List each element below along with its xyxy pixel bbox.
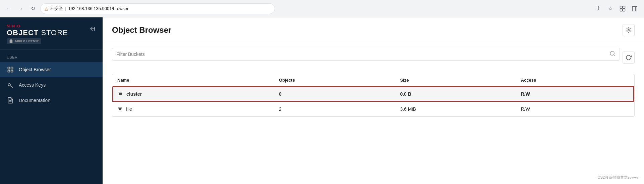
- main-header: Object Browser: [103, 17, 644, 41]
- sidebar-toggle-button[interactable]: [629, 3, 640, 14]
- bucket-size-cell: 0.0 B: [395, 86, 516, 101]
- svg-rect-8: [8, 67, 10, 69]
- svg-point-12: [8, 84, 10, 86]
- refresh-buckets-button[interactable]: [623, 52, 635, 64]
- svg-rect-4: [632, 6, 637, 11]
- svg-line-17: [613, 55, 614, 56]
- browser-actions: ⤴ ☆: [593, 3, 640, 14]
- col-objects: Objects: [274, 74, 395, 86]
- bucket-objects-cell: 0: [274, 86, 395, 101]
- bucket-table-wrapper: Name Objects Size Access: [112, 74, 635, 117]
- svg-rect-3: [623, 9, 625, 11]
- sidebar-section-label: User: [0, 50, 103, 62]
- search-icon[interactable]: [609, 51, 616, 58]
- sidebar-access-keys-label: Access Keys: [19, 82, 46, 88]
- agpl-icon: [9, 39, 13, 43]
- content-area: Name Objects Size Access: [103, 41, 644, 184]
- store-label: STORE: [41, 28, 68, 37]
- table-row[interactable]: cluster 0 0.0 B R/W: [113, 86, 634, 101]
- table-row[interactable]: file 2 3.6 MiB R/W: [113, 101, 634, 116]
- security-icon: △: [45, 6, 48, 11]
- bucket-table: Name Objects Size Access: [112, 74, 634, 116]
- object-store-text: OBJECT STORE: [7, 29, 68, 37]
- svg-rect-18: [119, 92, 122, 92]
- sidebar-collapse-button[interactable]: [89, 25, 96, 34]
- svg-rect-2: [620, 9, 623, 11]
- bucket-icon: [118, 91, 123, 97]
- browser-chrome: ← → ↻ △ 不安全 | 192.168.136.135:9001/brows…: [0, 0, 644, 17]
- col-access: Access: [516, 74, 634, 86]
- address-bar[interactable]: △ 不安全 | 192.168.136.135:9001/browser: [40, 3, 275, 14]
- page-title: Object Browser: [112, 25, 171, 35]
- bucket-name-cell: file: [113, 101, 274, 116]
- svg-rect-10: [8, 70, 10, 72]
- bucket-access-cell: R/W: [516, 101, 634, 116]
- filter-row: [112, 48, 620, 61]
- bucket-access-cell: R/W: [516, 86, 634, 101]
- url-text: 192.168.136.135:9001/browser: [68, 6, 128, 11]
- svg-rect-9: [11, 67, 13, 69]
- key-icon: [7, 81, 14, 89]
- bucket-name-label: cluster: [126, 91, 142, 97]
- sidebar-object-browser-label: Object Browser: [19, 67, 51, 72]
- header-action-button[interactable]: [623, 24, 635, 36]
- security-label: 不安全: [50, 6, 63, 12]
- url-separator: |: [65, 6, 66, 11]
- doc-icon: [7, 97, 14, 104]
- sidebar-item-documentation[interactable]: Documentation: [0, 93, 103, 108]
- bucket-name-cell: cluster: [113, 86, 274, 101]
- bucket-name-label: file: [126, 106, 132, 112]
- svg-point-15: [628, 29, 630, 31]
- sidebar-documentation-label: Documentation: [19, 98, 50, 103]
- object-label: OBJECT: [7, 28, 39, 37]
- app-layout: MINIO OBJECT STORE AGPLV LICENSE: [0, 17, 644, 184]
- svg-rect-11: [11, 70, 13, 72]
- svg-point-16: [610, 51, 614, 55]
- sidebar-item-object-browser[interactable]: Object Browser: [0, 62, 103, 77]
- watermark: CSDN @雅俗共赏zyyyyy: [598, 175, 639, 180]
- agpl-text: AGPLV: [15, 39, 25, 43]
- extensions-button[interactable]: [617, 3, 628, 14]
- bucket-objects-cell: 2: [274, 101, 395, 116]
- grid-icon: [7, 66, 14, 73]
- license-text: LICENSE: [26, 39, 39, 43]
- filter-input[interactable]: [116, 48, 607, 60]
- license-badge: AGPLV LICENSE: [7, 38, 41, 44]
- col-size: Size: [395, 74, 516, 86]
- main-content: Object Browser: [103, 17, 644, 184]
- back-button[interactable]: ←: [4, 4, 13, 13]
- bookmark-button[interactable]: ☆: [605, 3, 616, 14]
- share-button[interactable]: ⤴: [593, 3, 604, 14]
- forward-button[interactable]: →: [16, 4, 25, 13]
- logo-area: MINIO OBJECT STORE AGPLV LICENSE: [7, 24, 68, 44]
- sidebar-item-access-keys[interactable]: Access Keys: [0, 77, 103, 93]
- table-header-row: Name Objects Size Access: [113, 74, 634, 86]
- sidebar: MINIO OBJECT STORE AGPLV LICENSE: [0, 17, 103, 184]
- bucket-size-cell: 3.6 MiB: [395, 101, 516, 116]
- sidebar-header: MINIO OBJECT STORE AGPLV LICENSE: [0, 17, 103, 50]
- bucket-icon: [117, 106, 123, 112]
- col-name: Name: [113, 74, 274, 86]
- svg-rect-1: [623, 6, 625, 8]
- minio-brand: MINIO: [7, 24, 68, 28]
- refresh-button[interactable]: ↻: [28, 4, 38, 13]
- svg-rect-0: [620, 6, 623, 8]
